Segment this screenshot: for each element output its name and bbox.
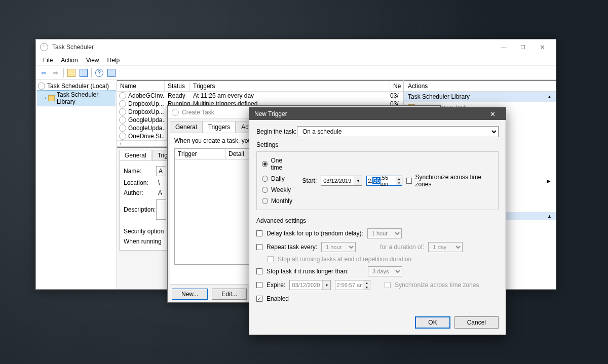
ct-tab-general[interactable]: General bbox=[170, 121, 203, 133]
forward-button[interactable]: ⇨ bbox=[50, 67, 61, 78]
sync2-checkbox bbox=[385, 282, 391, 288]
action-group[interactable]: Task Scheduler Library ▲ bbox=[404, 92, 556, 102]
start-time-input[interactable]: 2:56:55 am ▲▼ bbox=[366, 176, 402, 186]
radio-daily[interactable]: Daily bbox=[262, 175, 294, 182]
expire-label: Expire: bbox=[267, 281, 285, 289]
maximize-button[interactable]: ☐ bbox=[513, 42, 533, 53]
clock-icon bbox=[38, 83, 45, 90]
task-row[interactable]: AdobeGCInv...ReadyAt 11:25 am every day0… bbox=[117, 92, 403, 100]
advanced-label: Advanced settings bbox=[256, 217, 499, 224]
cancel-button[interactable]: Cancel bbox=[454, 316, 499, 329]
task-icon bbox=[119, 116, 126, 124]
new-trigger-dialog: New Trigger ✕ Begin the task: On a sched… bbox=[249, 107, 506, 335]
expire-date-input[interactable] bbox=[290, 282, 322, 288]
name-field[interactable] bbox=[156, 166, 166, 176]
toolbar-icon-3[interactable] bbox=[106, 67, 117, 78]
sync-timezone-checkbox[interactable]: Synchronize across time zones bbox=[406, 174, 493, 188]
menu-help[interactable]: Help bbox=[103, 56, 124, 65]
stop-all-label: Stop all running tasks at end of repetit… bbox=[278, 256, 411, 263]
back-button[interactable]: ⇦ bbox=[38, 67, 49, 78]
stop-if-label: Stop task if it runs longer than: bbox=[267, 268, 349, 275]
col-next[interactable]: Ne bbox=[390, 81, 403, 91]
task-icon bbox=[119, 133, 126, 140]
location-value: \ bbox=[156, 179, 160, 186]
th-trigger[interactable]: Trigger bbox=[175, 149, 225, 159]
radio-icon bbox=[262, 198, 268, 204]
window-title: Task Scheduler bbox=[52, 44, 94, 51]
start-label: Start: bbox=[302, 177, 317, 184]
col-triggers[interactable]: Triggers bbox=[190, 81, 390, 91]
stop-all-checkbox bbox=[268, 256, 274, 262]
name-label: Name: bbox=[124, 168, 156, 175]
stop-if-select[interactable]: 3 days bbox=[368, 266, 402, 276]
actions-header: Actions bbox=[404, 81, 556, 92]
menu-action[interactable]: Action bbox=[57, 56, 82, 65]
new-trigger-button[interactable]: New... bbox=[172, 289, 208, 300]
tree-root[interactable]: Task Scheduler (Local) bbox=[37, 82, 116, 90]
repeat-select[interactable]: 1 hour bbox=[321, 242, 356, 252]
create-task-title: Create Task bbox=[182, 109, 214, 116]
dialog-icon bbox=[172, 109, 179, 116]
date-dropdown-icon[interactable]: ▾ bbox=[354, 176, 362, 185]
help-button[interactable]: ? bbox=[94, 67, 105, 78]
radio-monthly[interactable]: Monthly bbox=[262, 197, 294, 205]
toolbar-icon-1[interactable] bbox=[66, 67, 77, 78]
task-icon bbox=[119, 125, 126, 132]
begin-task-select[interactable]: On a schedule bbox=[297, 126, 499, 137]
tab-general[interactable]: General bbox=[119, 150, 152, 160]
desc-field[interactable] bbox=[156, 199, 166, 220]
author-value: A bbox=[156, 189, 162, 196]
collapse-icon[interactable]: ▲ bbox=[547, 94, 552, 99]
location-label: Location: bbox=[124, 179, 156, 186]
duration-label: for a duration of: bbox=[380, 244, 424, 251]
date-dropdown-icon[interactable]: ▾ bbox=[322, 280, 330, 290]
repeat-label: Repeat task every: bbox=[267, 244, 317, 251]
toolbar: ⇦ ⇨ ? bbox=[36, 66, 556, 80]
radio-one-time[interactable]: One time bbox=[262, 157, 294, 171]
time-up-button[interactable]: ▲ bbox=[396, 176, 402, 181]
checkbox-icon bbox=[406, 178, 412, 184]
edit-trigger-button[interactable]: Edit... bbox=[212, 289, 247, 300]
ct-tab-triggers[interactable]: Triggers bbox=[203, 121, 236, 133]
arrow-right-icon[interactable]: ▶ bbox=[547, 178, 551, 184]
enabled-checkbox[interactable] bbox=[256, 296, 262, 302]
expire-checkbox[interactable] bbox=[256, 282, 262, 288]
task-icon bbox=[119, 92, 126, 99]
radio-weekly[interactable]: Weekly bbox=[262, 186, 294, 193]
radio-icon bbox=[262, 187, 268, 193]
task-icon bbox=[119, 108, 126, 115]
delay-checkbox[interactable] bbox=[256, 230, 262, 236]
menu-bar: File Action View Help bbox=[36, 55, 556, 66]
delay-select[interactable]: 1 hour bbox=[367, 228, 402, 238]
duration-select[interactable]: 1 day bbox=[428, 242, 463, 252]
titlebar[interactable]: Task Scheduler — ☐ ✕ bbox=[36, 39, 556, 55]
tree-panel: Task Scheduler (Local) › Task Scheduler … bbox=[36, 80, 117, 289]
dialog-close-button[interactable]: ✕ bbox=[484, 110, 501, 118]
task-icon bbox=[119, 100, 126, 107]
toolbar-icon-2[interactable] bbox=[78, 67, 89, 78]
menu-file[interactable]: File bbox=[39, 56, 57, 65]
new-trigger-titlebar[interactable]: New Trigger ✕ bbox=[249, 108, 506, 120]
start-date-input[interactable] bbox=[321, 178, 354, 184]
time-down-button[interactable]: ▼ bbox=[396, 181, 402, 185]
tree-library[interactable]: › Task Scheduler Library bbox=[37, 90, 116, 106]
stop-if-checkbox[interactable] bbox=[256, 268, 262, 274]
tree-root-label: Task Scheduler (Local) bbox=[47, 83, 109, 90]
expand-icon[interactable]: › bbox=[45, 96, 46, 101]
close-button[interactable]: ✕ bbox=[533, 42, 552, 53]
tree-child-label: Task Scheduler Library bbox=[57, 91, 114, 105]
repeat-checkbox[interactable] bbox=[256, 244, 262, 250]
col-status[interactable]: Status bbox=[165, 81, 190, 91]
expire-date-picker[interactable]: ▾ bbox=[289, 280, 331, 290]
expire-time-input[interactable]: ▲▼ bbox=[335, 280, 370, 290]
author-label: Author: bbox=[124, 189, 156, 196]
desc-label: Description: bbox=[124, 206, 156, 213]
minimize-button[interactable]: — bbox=[494, 42, 513, 53]
ok-button[interactable]: OK bbox=[415, 316, 450, 329]
radio-icon bbox=[262, 161, 268, 167]
col-name[interactable]: Name bbox=[117, 81, 165, 91]
begin-task-label: Begin the task: bbox=[256, 128, 297, 135]
menu-view[interactable]: View bbox=[82, 56, 103, 65]
start-date-picker[interactable]: ▾ bbox=[321, 176, 362, 186]
collapse-icon[interactable]: ▲ bbox=[547, 214, 552, 219]
